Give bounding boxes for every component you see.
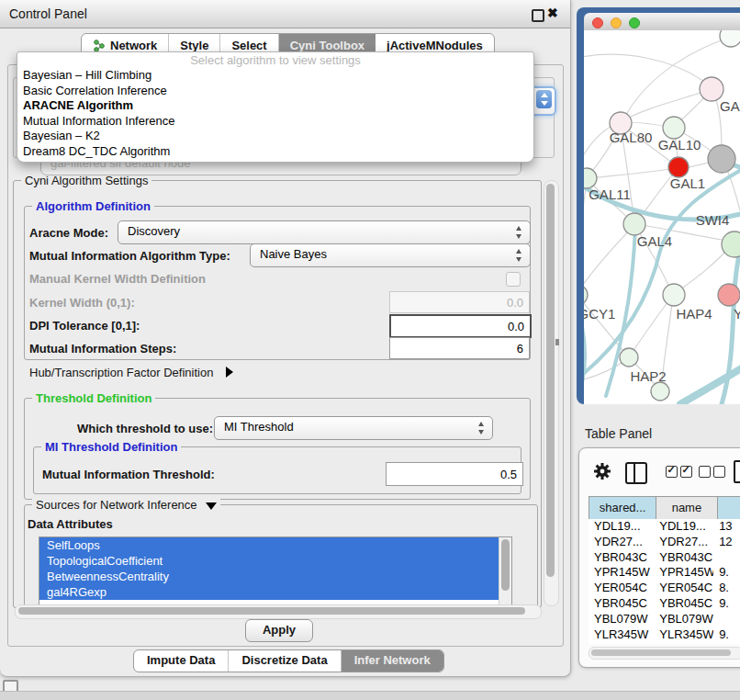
network-node[interactable] (718, 284, 740, 306)
table-row[interactable]: YBR043CYBR043C (589, 550, 740, 566)
kernel-width-field[interactable] (389, 291, 530, 313)
algorithm-placeholder: Select algorithm to view settings (17, 52, 533, 68)
table-cell: YBR045C (654, 596, 713, 612)
deselect-all-icon[interactable] (699, 466, 725, 478)
table-row[interactable]: YDR27...YDR27...12 (589, 535, 740, 550)
network-node[interactable] (668, 157, 689, 177)
mi-algorithm-type-combo[interactable]: Naive Bayes (250, 243, 531, 267)
table-cell: 13 (713, 519, 740, 535)
table-row[interactable]: YER054CYER054C8. (589, 581, 740, 596)
algorithm-option[interactable]: Bayesian – K2 (17, 129, 533, 144)
sources-collapse-header[interactable]: Sources for Network Inference (32, 498, 220, 512)
attribute-list-item[interactable]: SelfLoops (39, 537, 511, 553)
data-attributes-list[interactable]: SelfLoopsTopologicalCoefficientBetweenne… (39, 536, 512, 605)
scrollbar-thumb[interactable] (591, 649, 731, 656)
table-cell: YPR145W (589, 565, 654, 581)
manual-kernel-checkbox[interactable] (506, 272, 521, 287)
network-edge (584, 54, 712, 87)
window-minimize-button[interactable] (611, 17, 622, 28)
window-close-button[interactable] (592, 17, 603, 28)
settings-group-title: Cyni Algorithm Settings (21, 174, 151, 187)
algorithm-option[interactable]: Dream8 DC_TDC Algorithm (17, 144, 533, 160)
which-threshold-label: Which threshold to use: (77, 422, 213, 435)
algorithm-option[interactable]: ARACNE Algorithm (17, 98, 533, 114)
algorithm-option[interactable]: Mutual Information Inference (17, 114, 533, 130)
window-zoom-button[interactable] (629, 17, 640, 28)
table-row[interactable]: YBR045CYBR045C9. (589, 596, 740, 612)
mi-threshold-field[interactable] (386, 462, 523, 486)
network-node[interactable] (663, 284, 685, 306)
network-node[interactable] (620, 348, 638, 367)
table-row[interactable]: YPR145WYPR145W9. (589, 565, 740, 581)
network-node[interactable] (584, 168, 597, 188)
spinner-icon (514, 248, 524, 263)
dpi-tolerance-field[interactable] (389, 314, 532, 338)
which-threshold-combo[interactable]: MI Threshold (214, 416, 493, 440)
table-cell: 9. (713, 565, 740, 581)
network-node[interactable] (720, 30, 740, 47)
scrollbar-thumb[interactable] (18, 607, 525, 615)
table-cell: YLR345W (589, 627, 654, 643)
mi-threshold-label: Mutual Information Threshold: (42, 468, 215, 481)
apply-button[interactable]: Apply (245, 619, 313, 642)
algorithm-option[interactable]: Bayesian – Hill Climbing (17, 68, 533, 84)
table-header-cell[interactable] (718, 497, 740, 520)
network-edge (680, 365, 740, 404)
select-all-icon[interactable] (666, 466, 692, 478)
aracne-mode-label: Aracne Mode: (29, 226, 108, 240)
network-node[interactable] (623, 213, 645, 235)
network-node[interactable] (651, 382, 669, 401)
table-cell: YBR043C (589, 550, 654, 566)
network-edge (584, 226, 633, 293)
table-row[interactable]: YDL19...YDL19...13 (589, 519, 740, 535)
gear-icon[interactable] (592, 461, 612, 481)
algorithm-option[interactable]: Basic Correlation Inference (17, 84, 533, 99)
network-node[interactable] (663, 117, 685, 139)
splitter-handle[interactable] (555, 339, 559, 345)
network-node[interactable] (708, 145, 735, 173)
table-row[interactable]: YBL079WYBL079W (589, 612, 740, 627)
float-window-button[interactable] (532, 9, 544, 22)
mi-steps-label: Mutual Information Steps: (29, 342, 176, 356)
attribute-list-item[interactable]: gal4RGexp (39, 584, 511, 600)
mi-steps-field[interactable] (389, 337, 530, 359)
document-icon[interactable] (734, 460, 740, 483)
table-cell: YBL079W (654, 612, 713, 627)
aracne-mode-combo[interactable]: Discovery (118, 220, 531, 244)
spinner-icon (477, 421, 487, 435)
settings-horizontal-scrollbar[interactable] (15, 604, 542, 619)
tab-discretize-data[interactable]: Discretize Data (229, 650, 341, 672)
table-header-cell[interactable]: shared... (589, 497, 656, 520)
settings-vertical-scrollbar[interactable] (544, 180, 559, 606)
network-svg: GALGAL80GAL10GAL1GAL11SWI4GAL4GCY1HAP4YH… (584, 30, 740, 404)
hub-definition-expander[interactable]: Hub/Transcription Factor Definition (29, 366, 233, 379)
network-node-label: HAP4 (676, 306, 712, 322)
status-strip (0, 691, 740, 700)
close-button[interactable]: ✖ (547, 6, 558, 20)
network-canvas[interactable]: GALGAL80GAL10GAL1GAL11SWI4GAL4GCY1HAP4YH… (584, 30, 740, 404)
table-row[interactable]: YIL052CYIL052C0 (589, 642, 740, 644)
attribute-list-item[interactable]: BetweennessCentrality (39, 569, 511, 584)
scrollbar-thumb[interactable] (501, 539, 510, 591)
scrollbar-thumb[interactable] (546, 184, 555, 577)
table-header-row: shared...name (589, 496, 740, 521)
table-cell: YDL19... (654, 519, 713, 535)
attribute-list-item[interactable]: TopologicalCoefficient (39, 553, 511, 569)
table-cell: 9. (713, 627, 740, 643)
table-header-cell[interactable]: name (656, 497, 717, 520)
network-node-label: GAL1 (670, 175, 705, 191)
network-node-label: GAL10 (658, 137, 701, 152)
table-cell (713, 550, 740, 566)
table-horizontal-scrollbar[interactable] (589, 647, 740, 660)
split-view-icon[interactable] (625, 462, 647, 484)
network-node-label: SWI4 (696, 212, 730, 228)
table-row[interactable]: YLR345WYLR345W9. (589, 627, 740, 643)
network-node[interactable] (584, 285, 588, 305)
which-threshold-value: MI Threshold (224, 420, 294, 434)
tab-impute-data[interactable]: Impute Data (134, 650, 229, 672)
network-window-titlebar[interactable] (584, 13, 740, 31)
tab-network-label: Network (110, 39, 157, 52)
dpi-tolerance-label: DPI Tolerance [0,1]: (29, 319, 140, 333)
attributes-scrollbar[interactable] (499, 537, 511, 604)
tab-infer-network[interactable]: Infer Network (342, 650, 443, 672)
